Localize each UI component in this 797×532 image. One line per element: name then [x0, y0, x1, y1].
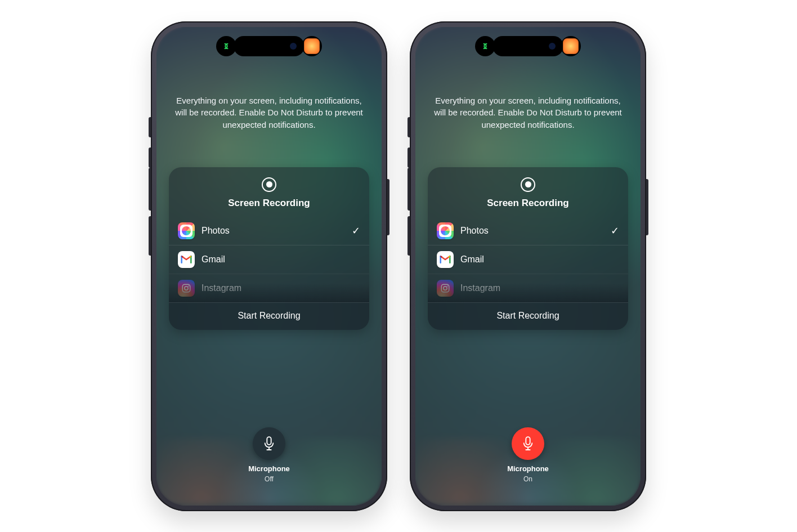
recording-notice-text: Everything on your screen, including not… — [173, 95, 365, 131]
app-row-instagram[interactable]: Instagram — [169, 274, 369, 302]
microphone-state: Off — [265, 475, 274, 483]
phone-mockup-left: Everything on your screen, including not… — [151, 21, 387, 511]
microphone-icon — [263, 436, 275, 451]
checkmark-icon: ✓ — [352, 225, 360, 237]
phone-mockup-right: Everything on your screen, including not… — [410, 21, 646, 511]
app-list[interactable]: Photos ✓ Gmail Instagram — [169, 217, 369, 302]
app-row-label: Instagram — [202, 283, 360, 293]
svg-rect-4 — [441, 284, 449, 292]
panel-header: Screen Recording — [169, 167, 369, 217]
photos-app-icon — [437, 222, 454, 239]
screen-recording-panel: Screen Recording Photos ✓ Gmail — [169, 167, 369, 330]
gmail-app-icon — [178, 251, 195, 268]
record-icon — [262, 177, 276, 192]
camera-dot — [549, 43, 556, 50]
app-row-photos[interactable]: Photos ✓ — [428, 217, 628, 245]
status-capsule-right — [302, 36, 322, 56]
app-row-label: Gmail — [202, 254, 360, 265]
app-row-gmail[interactable]: Gmail — [169, 245, 369, 274]
checkmark-icon: ✓ — [611, 225, 619, 237]
microphone-label: Microphone — [507, 464, 549, 473]
microphone-toggle-button[interactable] — [253, 427, 285, 460]
start-recording-button[interactable]: Start Recording — [169, 302, 369, 330]
link-icon — [221, 41, 232, 52]
app-row-photos[interactable]: Photos ✓ — [169, 217, 369, 245]
link-icon — [480, 41, 491, 52]
svg-point-2 — [188, 285, 189, 287]
active-app-thumb-icon — [304, 38, 320, 54]
app-row-label: Photos — [202, 226, 345, 236]
recording-notice-text: Everything on your screen, including not… — [432, 95, 624, 131]
gmail-app-icon — [437, 251, 454, 268]
screen-recording-panel: Screen Recording Photos ✓ Gmail — [428, 167, 628, 330]
app-list[interactable]: Photos ✓ Gmail Instagram — [428, 217, 628, 302]
panel-title: Screen Recording — [228, 198, 310, 209]
svg-point-5 — [444, 287, 447, 290]
microphone-toggle-button[interactable] — [512, 427, 544, 460]
status-capsule-right — [561, 36, 581, 56]
instagram-app-icon — [437, 280, 454, 297]
dynamic-island — [234, 36, 305, 56]
microphone-icon — [522, 436, 534, 451]
svg-point-1 — [185, 287, 188, 290]
panel-header: Screen Recording — [428, 167, 628, 217]
app-row-gmail[interactable]: Gmail — [428, 245, 628, 274]
svg-rect-7 — [526, 437, 530, 445]
dynamic-island — [492, 36, 563, 56]
svg-rect-0 — [182, 284, 190, 292]
record-icon — [521, 177, 535, 192]
screen: Everything on your screen, including not… — [156, 27, 382, 506]
app-row-label: Instagram — [460, 283, 619, 293]
svg-point-6 — [447, 285, 448, 287]
svg-rect-3 — [267, 437, 271, 445]
camera-dot — [290, 43, 297, 50]
screen: Everything on your screen, including not… — [415, 27, 641, 506]
microphone-state: On — [523, 475, 532, 483]
app-row-label: Photos — [460, 226, 604, 236]
active-app-thumb-icon — [563, 38, 579, 54]
instagram-app-icon — [178, 280, 195, 297]
panel-title: Screen Recording — [487, 198, 569, 209]
app-row-instagram[interactable]: Instagram — [428, 274, 628, 302]
start-recording-button[interactable]: Start Recording — [428, 302, 628, 330]
app-row-label: Gmail — [460, 254, 619, 265]
microphone-label: Microphone — [248, 464, 290, 473]
photos-app-icon — [178, 222, 195, 239]
